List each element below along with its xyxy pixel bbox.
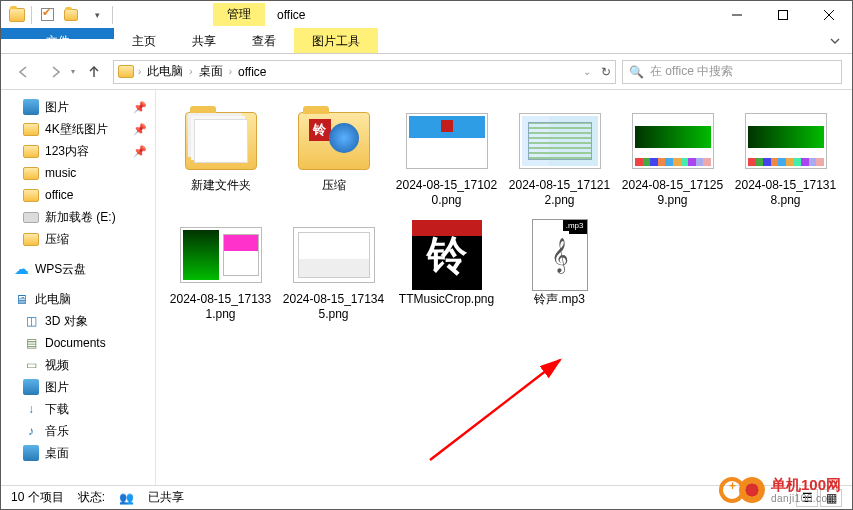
cloud-icon: ☁: [13, 261, 29, 277]
nav-up-button[interactable]: [81, 59, 107, 85]
minimize-button[interactable]: [714, 1, 760, 28]
file-name: 铃声.mp3: [534, 292, 585, 307]
watermark-title: 单机100网: [771, 477, 841, 494]
search-placeholder: 在 office 中搜索: [650, 63, 733, 80]
file-name: 2024-08-15_171020.png: [394, 178, 499, 208]
sidebar-item-label: 视频: [45, 357, 69, 374]
documents-icon: ▤: [23, 335, 39, 351]
tab-share[interactable]: 共享: [174, 28, 234, 53]
picture-icon: [23, 379, 39, 395]
file-item[interactable]: 2024-08-15_171259.png: [616, 108, 729, 208]
sidebar-item-label: 此电脑: [35, 291, 71, 308]
svg-rect-1: [779, 10, 788, 19]
videos-icon: ▭: [23, 357, 39, 373]
shared-icon: 👥: [119, 491, 134, 505]
sidebar-item[interactable]: 图片📌: [1, 96, 155, 118]
breadcrumb-sep-icon: ›: [189, 66, 192, 77]
file-item[interactable]: 2024-08-15_171020.png: [390, 108, 503, 208]
sidebar-item[interactable]: office: [1, 184, 155, 206]
downloads-icon: ↓: [23, 401, 39, 417]
sidebar-item-label: music: [45, 166, 76, 180]
breadcrumb-item[interactable]: office: [236, 65, 268, 79]
nav-back-button[interactable]: [11, 59, 37, 85]
item-count: 10 个项目: [11, 489, 64, 506]
close-button[interactable]: [806, 1, 852, 28]
qat-customize-chevron-icon[interactable]: ▾: [88, 6, 106, 24]
search-input[interactable]: 🔍 在 office 中搜索: [622, 60, 842, 84]
file-name: 2024-08-15_171318.png: [733, 178, 838, 208]
nav-history-chevron-icon[interactable]: ▾: [71, 67, 75, 76]
refresh-icon[interactable]: ↻: [601, 65, 611, 79]
address-bar[interactable]: › 此电脑 › 桌面 › office ⌄ ↻: [113, 60, 616, 84]
sidebar-item[interactable]: 压缩: [1, 228, 155, 250]
sidebar-item-label: 压缩: [45, 231, 69, 248]
sidebar-item-label: 3D 对象: [45, 313, 88, 330]
watermark-url: danji100.com: [771, 493, 841, 504]
breadcrumb-sep-icon: ›: [138, 66, 141, 77]
sidebar-item[interactable]: ♪音乐: [1, 420, 155, 442]
sidebar-item-label: 下载: [45, 401, 69, 418]
file-name: 压缩: [322, 178, 346, 193]
sidebar-item-label: 图片: [45, 379, 69, 396]
sidebar-item-label: Documents: [45, 336, 106, 350]
file-item[interactable]: 2024-08-15_171318.png: [729, 108, 842, 208]
sidebar-item-label: 图片: [45, 99, 69, 116]
sidebar-item[interactable]: ◫3D 对象: [1, 310, 155, 332]
pin-icon: 📌: [133, 101, 147, 114]
file-item[interactable]: 2024-08-15_171345.png: [277, 222, 390, 322]
sidebar-item-label: 123内容: [45, 143, 89, 160]
titlebar: ▾ 管理 office: [1, 1, 852, 28]
tab-home[interactable]: 主页: [114, 28, 174, 53]
tab-view[interactable]: 查看: [234, 28, 294, 53]
file-item[interactable]: 2024-08-15_171212.png: [503, 108, 616, 208]
sidebar-item[interactable]: 123内容📌: [1, 140, 155, 162]
nav-tree[interactable]: 图片📌4K壁纸图片📌123内容📌musicoffice新加载卷 (E:)压缩 ☁…: [1, 90, 156, 485]
qat-properties-icon[interactable]: [38, 6, 56, 24]
sidebar-item-label: 音乐: [45, 423, 69, 440]
sidebar-item[interactable]: 桌面: [1, 442, 155, 464]
3d-objects-icon: ◫: [23, 313, 39, 329]
tab-picture-tools[interactable]: 图片工具: [294, 28, 378, 53]
app-folder-icon: [9, 8, 25, 22]
sidebar-item-label: 桌面: [45, 445, 69, 462]
sidebar-item[interactable]: music: [1, 162, 155, 184]
sidebar-item-label: office: [45, 188, 73, 202]
pin-icon: 📌: [133, 123, 147, 136]
file-item[interactable]: 铃TTMusicCrop.png: [390, 222, 503, 322]
file-name: 2024-08-15_171331.png: [168, 292, 273, 322]
file-name: 新建文件夹: [191, 178, 251, 193]
sidebar-item[interactable]: ▤Documents: [1, 332, 155, 354]
sidebar-item-label: 4K壁纸图片: [45, 121, 108, 138]
file-item[interactable]: 铃压缩: [277, 108, 390, 208]
qat-newfolder-icon[interactable]: [62, 6, 80, 24]
breadcrumb-sep-icon: ›: [229, 66, 232, 77]
sidebar-this-pc[interactable]: 🖥 此电脑: [1, 288, 155, 310]
folder-icon: [23, 165, 39, 181]
address-dropdown-chevron-icon[interactable]: ⌄: [583, 66, 591, 77]
maximize-button[interactable]: [760, 1, 806, 28]
file-item[interactable]: 新建文件夹: [164, 108, 277, 208]
file-item[interactable]: .mp3𝄞铃声.mp3: [503, 222, 616, 322]
file-item[interactable]: 2024-08-15_171331.png: [164, 222, 277, 322]
folder-icon: [23, 231, 39, 247]
file-name: 2024-08-15_171259.png: [620, 178, 725, 208]
svg-line-4: [430, 360, 560, 460]
sidebar-item[interactable]: ▭视频: [1, 354, 155, 376]
nav-forward-button[interactable]: [43, 59, 69, 85]
watermark: 单机100网 danji100.com: [719, 477, 841, 505]
sidebar-item[interactable]: 4K壁纸图片📌: [1, 118, 155, 140]
separator: [112, 6, 113, 24]
annotation-arrow: [420, 350, 580, 470]
ribbon-expand-chevron-icon[interactable]: [818, 28, 852, 53]
sidebar-item[interactable]: ↓下载: [1, 398, 155, 420]
tab-file[interactable]: 文件: [1, 28, 114, 39]
sidebar-wps-cloud[interactable]: ☁ WPS云盘: [1, 258, 155, 280]
watermark-logo-icon: [719, 477, 765, 503]
contextual-tab-manage[interactable]: 管理: [213, 3, 265, 26]
picture-icon: [23, 445, 39, 461]
sidebar-item[interactable]: 图片: [1, 376, 155, 398]
sidebar-item-label: WPS云盘: [35, 261, 86, 278]
sidebar-item[interactable]: 新加载卷 (E:): [1, 206, 155, 228]
breadcrumb-item[interactable]: 此电脑: [145, 63, 185, 80]
breadcrumb-item[interactable]: 桌面: [197, 63, 225, 80]
